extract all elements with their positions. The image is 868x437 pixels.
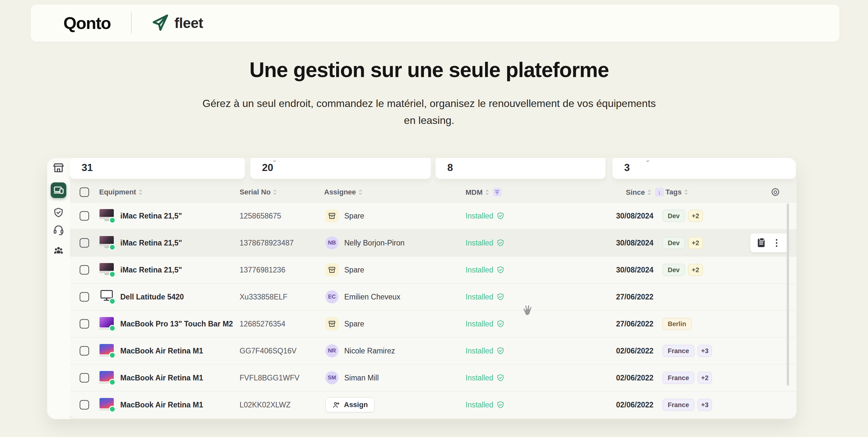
avatar: SM <box>326 371 338 384</box>
chevron-down-icon: ⌄ <box>272 158 277 163</box>
tag-pill[interactable]: France <box>662 372 694 384</box>
stat-card[interactable]: 8 <box>436 158 605 179</box>
row-checkbox[interactable] <box>80 400 89 410</box>
stat-value: 3 <box>624 162 630 174</box>
sort-icon <box>648 189 651 195</box>
scrollbar-thumb[interactable] <box>787 204 789 386</box>
assignee-cell: NBNelly Borjon-Piron <box>326 237 404 249</box>
column-header-equipment[interactable]: Equipment <box>99 188 143 196</box>
mdm-status: Installed <box>466 320 494 329</box>
sidebar-item-security[interactable] <box>51 205 66 220</box>
table-row[interactable]: MacBook Pro 13" Touch Bar M2 12685276354… <box>70 310 797 337</box>
sidebar-item-support[interactable] <box>51 222 66 237</box>
filter-lines-icon[interactable] <box>493 188 502 197</box>
tag-pill[interactable]: +2 <box>688 210 703 222</box>
row-checkbox[interactable] <box>80 265 89 275</box>
row-checkbox[interactable] <box>80 211 89 221</box>
assignee-cell: Assign <box>326 397 374 412</box>
stat-value: 20 <box>262 162 273 174</box>
shield-check-icon <box>496 239 504 247</box>
assignee-cell: Spare <box>326 209 364 222</box>
table-row[interactable]: MacBook Air Retina M1 GG7F406SQ16V NRNic… <box>70 337 797 364</box>
avatar: NR <box>326 344 338 357</box>
spare-box-icon <box>326 209 338 222</box>
status-dot <box>109 325 116 332</box>
device-icon <box>99 263 114 277</box>
table-row[interactable]: iMac Retina 21,5" 1258658675 Spare Insta… <box>70 202 797 229</box>
row-checkbox[interactable] <box>80 373 89 383</box>
row-checkbox[interactable] <box>80 319 89 329</box>
shield-check-icon <box>496 266 504 274</box>
column-header-serial[interactable]: Serial No <box>240 188 277 196</box>
sort-descending-icon[interactable]: ↓ <box>655 188 664 197</box>
device-icon <box>99 209 114 223</box>
tag-pill[interactable]: France <box>662 345 694 357</box>
assign-button[interactable]: Assign <box>326 397 374 412</box>
device-name: Dell Latitude 5420 <box>120 293 184 302</box>
tag-pill[interactable]: +2 <box>688 237 703 249</box>
tag-pill[interactable]: +2 <box>688 264 703 276</box>
mdm-cell: Installed <box>466 293 504 302</box>
tag-pill[interactable]: Dev <box>662 237 685 249</box>
assignee-name: Spare <box>344 212 364 220</box>
since-date: 02/06/2022 <box>616 374 653 382</box>
assignee-name: Nicole Ramirez <box>344 347 395 355</box>
column-label: Assignee <box>324 188 356 196</box>
shield-check-icon <box>53 207 64 218</box>
tags-cell: France+3 <box>662 345 715 357</box>
row-checkbox[interactable] <box>80 292 89 302</box>
tags-cell: Dev+2 <box>662 264 706 276</box>
stat-card[interactable]: 3 ⌄ <box>613 158 796 179</box>
tag-pill[interactable]: +3 <box>698 399 712 411</box>
mdm-status: Installed <box>466 401 494 409</box>
sidebar-item-devices[interactable] <box>51 182 66 198</box>
tag-pill[interactable]: France <box>662 399 694 411</box>
spare-box-icon <box>326 263 338 276</box>
column-header-tags[interactable]: Tags <box>665 188 688 196</box>
mdm-cell: Installed <box>466 347 504 355</box>
tag-pill[interactable]: +3 <box>698 345 712 357</box>
app-sidebar <box>47 158 70 419</box>
clipboard-icon[interactable] <box>758 239 765 247</box>
column-label: MDM <box>466 188 483 196</box>
column-header-mdm[interactable]: MDM <box>466 188 502 197</box>
table-row[interactable]: iMac Retina 21,5" 1378678923487 NBNelly … <box>70 229 797 256</box>
qonto-logo: Qonto <box>63 13 111 33</box>
assignee-name: Emilien Cheveux <box>344 293 401 302</box>
sidebar-item-team[interactable] <box>51 243 66 259</box>
device-name: iMac Retina 21,5" <box>120 239 182 247</box>
sidebar-item-storefront[interactable] <box>51 160 66 176</box>
gear-icon[interactable] <box>771 187 780 197</box>
serial-number: 12685276354 <box>240 320 285 329</box>
serial-number: GG7F406SQ16V <box>240 347 297 355</box>
page-subtitle: Gérez à un seul endroit, commandez le ma… <box>0 95 858 129</box>
stat-card[interactable]: 20 ⌄ <box>250 158 431 179</box>
tags-cell: France+2 <box>662 372 715 384</box>
tag-pill[interactable]: +2 <box>698 372 712 384</box>
tag-pill[interactable]: Berlin <box>662 318 691 330</box>
more-vertical-icon[interactable]: ⋮ <box>772 238 781 247</box>
shield-check-icon <box>496 293 504 301</box>
stat-card[interactable]: 31 <box>70 158 245 179</box>
select-all-checkbox[interactable] <box>80 188 89 197</box>
table-row[interactable]: MacBook Air Retina M1 L02KK02XLWZ Assign… <box>70 391 797 418</box>
shield-check-icon <box>496 212 504 220</box>
table-row[interactable]: Dell Latitude 5420 Xu333858ELF ECEmilien… <box>70 283 797 310</box>
device-name: MacBook Air Retina M1 <box>120 374 203 382</box>
table-row[interactable]: iMac Retina 21,5" 13776981236 Spare Inst… <box>70 256 797 283</box>
table-row[interactable]: MacBook Air Retina M1 FVFL8BGG1WFV SMSim… <box>70 364 797 391</box>
column-header-since[interactable]: Since ↓ <box>626 188 664 197</box>
device-icon <box>99 398 114 412</box>
team-icon <box>53 246 64 256</box>
column-header-assignee[interactable]: Assignee <box>324 188 362 196</box>
row-checkbox[interactable] <box>80 346 89 356</box>
row-checkbox[interactable] <box>80 238 89 248</box>
mdm-cell: Installed <box>466 212 504 220</box>
mdm-cell: Installed <box>466 401 504 409</box>
sort-icon <box>273 189 277 195</box>
tag-pill[interactable]: Dev <box>662 264 685 276</box>
brand-bar: Qonto fleet <box>31 5 839 42</box>
serial-number: 13776981236 <box>240 266 285 274</box>
sort-icon <box>139 189 143 195</box>
tag-pill[interactable]: Dev <box>662 210 685 222</box>
